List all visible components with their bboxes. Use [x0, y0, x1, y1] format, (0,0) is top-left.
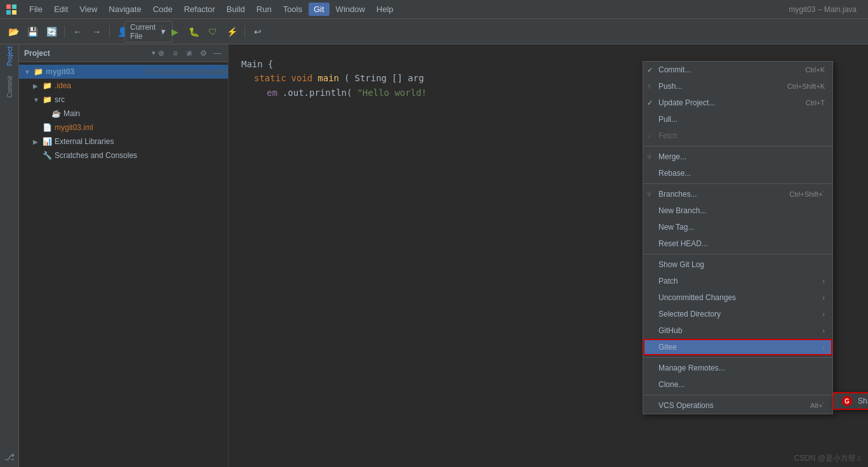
tree-src[interactable]: ▼ 📁 src — [19, 93, 228, 107]
menu-view[interactable]: View — [74, 3, 102, 16]
git-menu-selected-dir[interactable]: Selected Directory › — [643, 306, 832, 322]
file-tree: ▼ 📁 mygit03 D:\TestFile\git-test\mygit03… — [19, 62, 228, 467]
tree-ext-libs[interactable]: ▶ 📊 External Libraries — [19, 135, 228, 148]
svg-text:G: G — [845, 398, 850, 405]
uncommitted-label: Uncommitted Changes — [658, 293, 736, 302]
github-arrow-icon: › — [822, 327, 825, 334]
forward-button[interactable]: → — [88, 23, 105, 40]
git-menu-uncommitted[interactable]: Uncommitted Changes › — [643, 289, 832, 306]
menu-divider-4 — [643, 357, 832, 358]
git-menu-new-branch[interactable]: New Branch... — [643, 202, 832, 219]
locate-file-button[interactable]: ⊕ — [156, 48, 167, 59]
tree-iml[interactable]: 📄 mygit03.iml — [19, 121, 228, 135]
menu-file[interactable]: File — [24, 3, 48, 16]
menu-divider-1 — [643, 146, 832, 147]
menu-code[interactable]: Code — [148, 3, 178, 16]
profile-button[interactable]: ⚡ — [224, 23, 240, 40]
git-menu-reset-head[interactable]: Reset HEAD... — [643, 235, 832, 252]
pull-label: Pull... — [658, 115, 678, 124]
save-button[interactable]: 💾 — [24, 23, 41, 40]
menu-run[interactable]: Run — [251, 3, 277, 16]
menu-navigate[interactable]: Navigate — [103, 3, 146, 16]
update-label: Update Project... — [658, 98, 715, 107]
menu-refactor[interactable]: Refactor — [179, 3, 220, 16]
git-menu-manage-remotes[interactable]: Manage Remotes... — [643, 360, 832, 376]
git-menu-patch[interactable]: Patch › — [643, 273, 832, 289]
branches-shortcut: Ctrl+Shift+` — [789, 190, 825, 198]
tree-main[interactable]: ☕ Main — [19, 107, 228, 121]
git-menu-branches[interactable]: ⑂ Branches... Ctrl+Shift+` — [643, 186, 832, 202]
commit-check-icon: ✓ — [647, 66, 653, 74]
reset-head-label: Reset HEAD... — [658, 239, 708, 248]
undo-button[interactable]: ↩ — [250, 23, 266, 40]
git-menu-gitee[interactable]: Gitee › — [643, 339, 832, 355]
hide-panel-button[interactable]: — — [211, 48, 223, 59]
patch-arrow-icon: › — [822, 277, 825, 285]
menu-bar: File Edit View Navigate Code Refactor Bu… — [24, 3, 789, 16]
share-project-gitee[interactable]: G Share Project on Gitee — [834, 393, 868, 409]
git-side-icon[interactable]: ⎇ — [1, 449, 18, 465]
git-menu-vcs-operations[interactable]: VCS Operations Alt+` — [643, 397, 832, 414]
git-menu-update[interactable]: ✓ Update Project... Ctrl+T — [643, 95, 832, 111]
git-menu-show-git-log[interactable]: Show Git Log — [643, 256, 832, 273]
merge-label: Merge... — [658, 152, 686, 161]
new-branch-label: New Branch... — [658, 206, 706, 215]
refresh-button[interactable]: 🔄 — [43, 23, 60, 40]
main-layout: Project Commit ⎇ Project ▾ ⊕ ≡ ≢ ⚙ — ▼ 📁… — [0, 44, 868, 467]
branches-icon: ⑂ — [647, 190, 651, 199]
gitee-icon: G — [841, 395, 853, 407]
commit-label: Commit... — [658, 65, 691, 74]
update-check-icon: ✓ — [647, 99, 653, 107]
git-menu-github[interactable]: GitHub › — [643, 322, 832, 339]
scratches-label: Scratches and Consoles — [55, 151, 228, 160]
root-path: D:\TestFile\git-test\mygit03 — [145, 68, 228, 76]
menu-tools[interactable]: Tools — [278, 3, 307, 16]
git-menu-commit[interactable]: ✓ Commit... Ctrl+K — [643, 62, 832, 78]
current-file-dropdown[interactable]: Current File ▼ — [124, 21, 173, 43]
ext-libs-label: External Libraries — [55, 137, 228, 146]
tree-arrow-root: ▼ — [24, 69, 33, 76]
git-menu-merge[interactable]: ⑂ Merge... — [643, 148, 832, 165]
debug-button[interactable]: 🐛 — [185, 23, 202, 40]
collapse-all-button[interactable]: ≡ — [170, 48, 181, 59]
commit-icon[interactable]: Commit — [1, 79, 18, 95]
expand-all-button[interactable]: ≢ — [184, 48, 195, 59]
gitee-label: Gitee — [658, 343, 677, 352]
tree-idea[interactable]: ▶ 📁 .idea — [19, 79, 228, 93]
title-bar: File Edit View Navigate Code Refactor Bu… — [0, 0, 868, 19]
open-folder-button[interactable]: 📂 — [5, 23, 22, 40]
branches-label: Branches... — [658, 190, 697, 199]
tree-root[interactable]: ▼ 📁 mygit03 D:\TestFile\git-test\mygit03 — [19, 65, 228, 79]
run-button[interactable]: ▶ — [166, 23, 183, 40]
panel-header: Project ▾ ⊕ ≡ ≢ ⚙ — — [19, 44, 228, 62]
idea-label: .idea — [55, 81, 228, 90]
tree-scratches[interactable]: 🔧 Scratches and Consoles — [19, 148, 228, 162]
git-menu-new-tag[interactable]: New Tag... — [643, 219, 832, 235]
menu-build[interactable]: Build — [222, 3, 250, 16]
git-dropdown-menu: ✓ Commit... Ctrl+K ↑ Push... Ctrl+Shift+… — [643, 61, 833, 414]
back-button[interactable]: ← — [69, 23, 86, 40]
selected-dir-arrow-icon: › — [822, 310, 825, 318]
run-config-label: Current File — [130, 23, 156, 41]
code-main-class: Main — [241, 57, 263, 71]
coverage-button[interactable]: 🛡 — [204, 23, 221, 40]
run-config-dropdown[interactable]: Current File ▼ — [140, 23, 157, 40]
menu-help[interactable]: Help — [371, 3, 399, 16]
app-logo — [5, 3, 18, 16]
git-menu-pull[interactable]: Pull... — [643, 111, 832, 128]
menu-edit[interactable]: Edit — [49, 3, 73, 16]
git-menu-rebase[interactable]: Rebase... — [643, 165, 832, 181]
iml-label: mygit03.iml — [55, 123, 228, 132]
menu-git[interactable]: Git — [309, 3, 330, 16]
menu-window[interactable]: Window — [331, 3, 370, 16]
tree-arrow-idea: ▶ — [33, 82, 42, 89]
settings-button[interactable]: ⚙ — [197, 48, 209, 59]
editor-area: Main { static void main ( String [] arg … — [229, 44, 868, 467]
git-menu-push[interactable]: ↑ Push... Ctrl+Shift+K — [643, 78, 832, 95]
vcs-shortcut: Alt+` — [810, 402, 825, 409]
update-shortcut: Ctrl+T — [806, 99, 825, 107]
project-icon[interactable]: Project — [1, 48, 18, 64]
git-menu-clone[interactable]: Clone... — [643, 376, 832, 393]
commit-shortcut: Ctrl+K — [805, 66, 825, 74]
push-label: Push... — [658, 82, 682, 91]
